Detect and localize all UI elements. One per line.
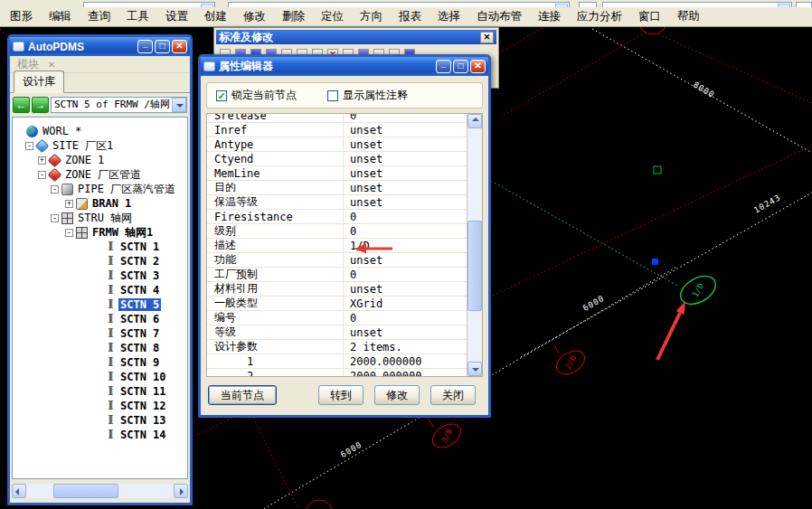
menu-item[interactable]: 定位 bbox=[313, 7, 352, 26]
tree-item[interactable]: SCTN 1 bbox=[13, 240, 187, 254]
tree-item[interactable]: - ZONE 厂区管道 bbox=[13, 167, 187, 182]
tree-item[interactable]: - STRU 轴网 bbox=[13, 211, 187, 225]
tree-expander-icon[interactable]: + bbox=[38, 156, 46, 165]
menu-item[interactable]: 自动布管 bbox=[468, 7, 530, 26]
menu-item[interactable]: 工具 bbox=[118, 7, 157, 26]
tree-item[interactable]: SCTN 7 bbox=[13, 326, 187, 341]
show-attr-notes-checkbox[interactable]: 显示属性注释 bbox=[327, 88, 408, 103]
current-node-button[interactable]: 当前节点 bbox=[208, 385, 277, 405]
nav-back-button[interactable] bbox=[13, 97, 30, 113]
tree-item-label[interactable]: STRU 轴网 bbox=[76, 211, 134, 226]
menu-item[interactable]: 设置 bbox=[157, 7, 196, 26]
close-button[interactable]: 关闭 bbox=[430, 385, 476, 405]
tree-item[interactable]: WORL * bbox=[13, 124, 187, 138]
property-row[interactable]: MemLine unset bbox=[207, 166, 467, 181]
tree-item-label[interactable]: SCTN 4 bbox=[118, 284, 161, 297]
property-row[interactable]: Ctyend unset bbox=[207, 152, 467, 166]
property-row[interactable]: 一般类型 XGrid bbox=[207, 297, 467, 311]
property-row[interactable]: Inref unset bbox=[207, 123, 467, 137]
menu-item[interactable]: 修改 bbox=[235, 7, 274, 26]
tree-expander-icon[interactable]: + bbox=[65, 200, 73, 208]
scrollbar-thumb[interactable] bbox=[467, 221, 482, 311]
tree-item-label[interactable]: FRMW 轴网1 bbox=[90, 225, 155, 240]
tree-horizontal-scrollbar[interactable] bbox=[12, 484, 188, 498]
grid-bubble-bottom[interactable] bbox=[306, 500, 333, 509]
property-row[interactable]: 级别 0 bbox=[207, 224, 467, 239]
menu-item[interactable]: 方向 bbox=[352, 7, 391, 26]
tree-item-label[interactable]: SCTN 13 bbox=[118, 414, 168, 427]
grid-bubble-top[interactable] bbox=[638, 27, 667, 34]
chevron-down-icon[interactable] bbox=[172, 98, 186, 112]
tree-item[interactable]: + ZONE 1 bbox=[13, 153, 187, 167]
scroll-left-icon[interactable] bbox=[12, 484, 26, 498]
property-row[interactable]: 2 2000.000000 bbox=[207, 369, 467, 377]
node-marker-blue[interactable] bbox=[652, 259, 658, 265]
menu-item[interactable]: 删除 bbox=[274, 7, 313, 26]
tree-item-label[interactable]: SCTN 10 bbox=[118, 371, 168, 383]
menu-item[interactable]: 编辑 bbox=[41, 7, 80, 26]
tree-expander-icon[interactable]: - bbox=[51, 214, 59, 222]
close-icon[interactable] bbox=[48, 58, 55, 71]
tree-item[interactable]: - PIPE 厂区蒸汽管道 bbox=[13, 182, 187, 196]
property-row[interactable]: 目的 unset bbox=[207, 181, 467, 195]
tree-item-label[interactable]: BRAN 1 bbox=[90, 197, 133, 210]
tree-item-label[interactable]: SCTN 14 bbox=[118, 429, 168, 441]
tree-item[interactable]: SCTN 10 bbox=[13, 370, 187, 384]
tree-item-label[interactable]: SCTN 5 bbox=[118, 298, 161, 311]
property-row[interactable]: 编号 0 bbox=[207, 311, 467, 325]
selected-section-line[interactable] bbox=[491, 181, 679, 287]
tree-item[interactable]: - FRMW 轴网1 bbox=[13, 225, 187, 240]
module-menu-item[interactable]: 模块 bbox=[17, 57, 39, 72]
checkbox-unchecked-icon[interactable] bbox=[327, 90, 338, 101]
property-row[interactable]: Firesistance 0 bbox=[207, 210, 467, 224]
minimize-icon[interactable] bbox=[137, 40, 153, 53]
explorer-titlebar[interactable]: AutoPDMS bbox=[10, 37, 190, 56]
scroll-down-icon[interactable] bbox=[467, 362, 482, 376]
scrollbar-track[interactable] bbox=[26, 484, 174, 498]
tree-item-label[interactable]: WORL * bbox=[41, 125, 83, 137]
tree-item-label[interactable]: SCTN 7 bbox=[118, 327, 161, 340]
property-row[interactable]: Srelease 0 bbox=[207, 113, 467, 123]
nav-forward-button[interactable] bbox=[32, 97, 49, 113]
property-row[interactable]: 等级 unset bbox=[207, 325, 467, 340]
maximize-icon[interactable] bbox=[453, 60, 468, 73]
property-row[interactable]: 材料引用 unset bbox=[207, 282, 467, 297]
scroll-right-icon[interactable] bbox=[174, 484, 188, 498]
maximize-icon[interactable] bbox=[155, 40, 170, 53]
tree-item-label[interactable]: PIPE 厂区蒸汽管道 bbox=[76, 182, 177, 197]
tree-item[interactable]: SCTN 8 bbox=[13, 341, 187, 355]
property-row[interactable]: 保温等级 unset bbox=[207, 195, 467, 210]
tree-expander-icon[interactable]: - bbox=[38, 171, 46, 179]
tree-item-label[interactable]: SCTN 11 bbox=[118, 385, 168, 398]
property-row[interactable]: 工厂预制 0 bbox=[207, 268, 467, 282]
tree-item-label[interactable]: SCTN 1 bbox=[118, 240, 161, 253]
tree-item[interactable]: SCTN 4 bbox=[13, 283, 187, 297]
tree-item-label[interactable]: SCTN 3 bbox=[118, 269, 161, 282]
design-tree[interactable]: WORL * - SITE 厂区1 + ZONE 1 - ZONE 厂区管道 - bbox=[12, 117, 188, 479]
checkbox-checked-icon[interactable] bbox=[216, 90, 227, 101]
tree-item[interactable]: SCTN 9 bbox=[13, 355, 187, 370]
property-editor-titlebar[interactable]: 属性编辑器 bbox=[201, 57, 488, 76]
property-row[interactable]: 功能 unset bbox=[207, 253, 467, 268]
tree-item[interactable]: SCTN 6 bbox=[13, 312, 187, 326]
tree-item-label[interactable]: ZONE 厂区管道 bbox=[63, 167, 143, 183]
property-row[interactable]: 描述 1/D bbox=[207, 239, 467, 253]
tree-item[interactable]: SCTN 2 bbox=[13, 254, 187, 269]
property-grid-scrollbar[interactable] bbox=[467, 114, 482, 376]
menu-item[interactable]: 帮助 bbox=[669, 7, 708, 26]
tree-item[interactable]: SCTN 13 bbox=[13, 413, 187, 428]
tree-item[interactable]: SCTN 14 bbox=[13, 428, 187, 442]
tree-item[interactable]: - SITE 厂区1 bbox=[13, 138, 187, 153]
tree-item[interactable]: SCTN 5 bbox=[13, 297, 187, 312]
current-element-combo[interactable]: SCTN 5 of FRMW /轴网 bbox=[51, 97, 187, 113]
menu-item[interactable]: 创建 bbox=[196, 7, 235, 26]
tree-item-label[interactable]: ZONE 1 bbox=[63, 154, 106, 166]
standards-window-titlebar[interactable]: 标准及修改 ✕ bbox=[216, 30, 496, 44]
property-grid[interactable]: Srelease 0 Inref unset Antype unset Ctye… bbox=[206, 113, 483, 377]
menu-item[interactable]: 查询 bbox=[80, 7, 118, 26]
tree-item[interactable]: + BRAN 1 bbox=[13, 196, 187, 211]
tab-design-library[interactable]: 设计库 bbox=[14, 71, 64, 93]
menu-item[interactable]: 报表 bbox=[391, 7, 430, 26]
scroll-up-icon[interactable] bbox=[467, 114, 482, 128]
scrollbar-thumb[interactable] bbox=[53, 484, 118, 498]
